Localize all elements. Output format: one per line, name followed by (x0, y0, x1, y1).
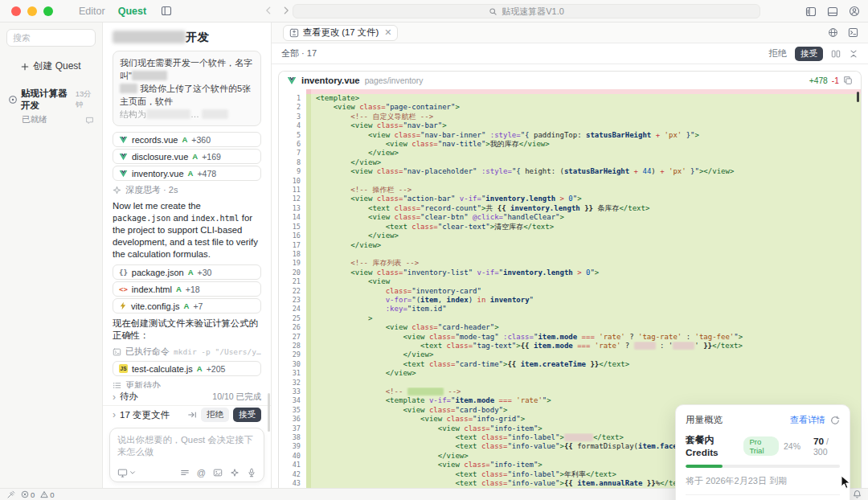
sidebar-search-input[interactable] (13, 33, 89, 43)
split-view-icon[interactable] (831, 49, 841, 59)
chip-file-name: index.html (132, 285, 172, 294)
file-change-chip[interactable]: vite.config.jsA+7 (113, 298, 261, 314)
create-quest-button[interactable]: 创建 Quest (6, 59, 96, 73)
thinking-status-row[interactable]: 深度思考 · 2s (113, 184, 261, 196)
terminal-panel-icon[interactable] (848, 27, 858, 38)
code-token: > (442, 121, 446, 129)
file-change-chip[interactable]: disclosure.vueA+169 (113, 149, 261, 164)
code-token: "info-value" (507, 479, 559, 487)
close-window-button[interactable] (11, 6, 21, 16)
image-icon[interactable] (213, 468, 223, 477)
globe-icon[interactable] (828, 27, 838, 38)
accept-changes-button[interactable]: 接受 (233, 408, 261, 422)
vite-icon (119, 301, 127, 310)
line-number: 33 (279, 387, 306, 396)
line-number: 13 (279, 204, 306, 213)
code-line: 29 </view> (279, 350, 861, 359)
project-search-bar[interactable]: 贴现速算器V1.0 (293, 4, 760, 18)
code-token (316, 333, 403, 341)
code-token: , (438, 296, 447, 304)
copy-icon[interactable] (843, 76, 853, 85)
assistant-paragraph: Now let me create the package.json and i… (113, 200, 261, 260)
code-scrollbar[interactable] (857, 92, 859, 102)
code-token: 'tag-fee' (694, 333, 734, 341)
code-line: 28 <text class="tag-text">{{ item.mode =… (279, 342, 861, 350)
sparkle-icon[interactable] (230, 468, 240, 477)
open-diff-icon[interactable] (187, 410, 197, 420)
code-token (316, 277, 368, 285)
code-text: </view> (311, 158, 861, 167)
file-change-chip[interactable]: {}package.jsonA+30 (113, 264, 261, 280)
quest-input[interactable]: 说出你想要的，Quest 会决定接下来怎么做 (117, 434, 256, 458)
close-tab-icon[interactable]: ✕ (384, 27, 391, 38)
code-token: "clear-text" (438, 223, 490, 231)
file-change-chip[interactable]: JStest-calculate.jsA+205 (113, 361, 261, 376)
file-change-chip[interactable]: records.vueA+360 (113, 132, 261, 147)
file-filter[interactable]: 全部 · 17 (281, 47, 317, 59)
tab-quest[interactable]: Quest (118, 6, 146, 17)
code-token: 'px' (665, 131, 682, 139)
mention-icon[interactable]: @ (197, 468, 206, 477)
code-token: {{ (507, 360, 520, 368)
accept-all-button[interactable]: 接受 (795, 47, 823, 61)
remote-icon[interactable] (6, 490, 15, 499)
executed-command-row[interactable]: 已执行命令mkdir -p "/Users/yqq/Works/Project… (113, 346, 261, 358)
code-token: }" (686, 167, 699, 175)
code-token: index (447, 296, 469, 304)
line-number: 11 (279, 186, 306, 195)
panel-bottom-icon[interactable] (827, 6, 838, 17)
code-token: : (682, 333, 694, 341)
collapse-icon[interactable] (849, 49, 858, 59)
line-number: 31 (279, 369, 306, 378)
code-line: 18 (279, 250, 861, 259)
zoom-window-button[interactable] (43, 6, 53, 16)
line-number: 2 (279, 103, 306, 112)
quest-input-card[interactable]: 说出你想要的，Quest 会决定接下来怎么做 @ (109, 428, 264, 482)
window-controls[interactable] (11, 6, 53, 16)
create-quest-label: 创建 Quest (33, 59, 80, 73)
code-token: "mode-tag" (455, 333, 498, 341)
sidebar-toggle-icon[interactable] (161, 6, 172, 16)
code-token: === (573, 342, 595, 350)
mode-selector[interactable] (117, 468, 136, 477)
code-token: "card-time" (455, 360, 503, 368)
bell-icon[interactable] (853, 490, 862, 499)
line-number: 18 (279, 250, 306, 259)
code-token: <text (455, 442, 477, 450)
code-text: </view> (311, 369, 861, 378)
update-todo-row[interactable]: 更新待办 (113, 379, 261, 388)
reject-all-button[interactable]: 拒绝 (768, 47, 787, 59)
chat-title: 口口口口 口口开发 (103, 23, 271, 49)
chat-scrollbar[interactable] (268, 393, 270, 432)
refresh-icon[interactable] (830, 416, 840, 425)
sidebar-search[interactable] (6, 29, 96, 47)
tab-editor[interactable]: Editor (79, 6, 105, 17)
minimize-window-button[interactable] (27, 6, 37, 16)
todo-summary-row[interactable]: › 待办 10/10 已完成 (103, 388, 271, 406)
problems-indicator[interactable]: 0 (21, 490, 35, 499)
diff-file-header[interactable]: inventory.vue pages/inventory +478 -1 (279, 72, 861, 89)
code-token: 共 (485, 204, 497, 212)
code-token: :key= (386, 305, 407, 313)
account-icon[interactable] (849, 6, 860, 17)
microphone-icon[interactable] (247, 468, 256, 477)
reject-changes-button[interactable]: 拒绝 (201, 408, 229, 422)
panel-left-icon[interactable] (805, 6, 817, 17)
changed-files-row[interactable]: › 17 变更文件 拒绝 接受 (103, 406, 271, 424)
file-change-chip[interactable]: inventory.vueA+478 (113, 166, 261, 181)
file-change-chip[interactable]: <>index.htmlA+18 (113, 281, 261, 297)
code-token (316, 479, 455, 487)
code-token: {{ (521, 342, 534, 350)
view-details-link[interactable]: 查看详情 (790, 414, 825, 426)
forward-icon[interactable] (281, 6, 291, 15)
code-line: 14 <view class="clear-btn" @click="handl… (279, 213, 861, 222)
plus-icon (21, 63, 29, 71)
code-text: <view class="nav-bar"> (311, 121, 861, 130)
line-number: 20 (279, 268, 306, 277)
comment-icon[interactable] (85, 116, 94, 125)
chip-added-mark: A (184, 301, 190, 310)
back-icon[interactable] (264, 6, 273, 15)
quest-list-item[interactable]: 贴现计算器开发 13分钟 已就绪 (6, 83, 96, 130)
tab-view-changes[interactable]: 查看更改 (17 文件) ✕ (283, 25, 398, 41)
list-icon[interactable] (180, 468, 190, 477)
